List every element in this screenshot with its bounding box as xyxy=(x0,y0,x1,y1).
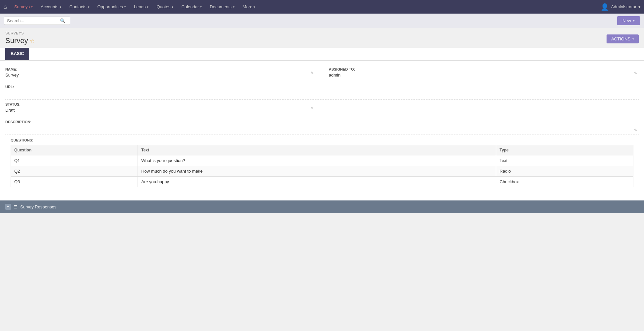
url-field: URL: xyxy=(5,85,639,97)
calendar-arrow-icon: ▾ xyxy=(200,5,202,9)
table-cell-text: How much do you want to make xyxy=(138,166,496,177)
nav-leads[interactable]: Leads ▾ xyxy=(130,0,152,14)
nav-surveys[interactable]: Surveys ▾ xyxy=(10,0,37,14)
table-cell-type: Radio xyxy=(496,166,633,177)
table-cell-question: Q1 xyxy=(11,155,138,166)
col-text: Text xyxy=(138,145,496,155)
nav-quotes[interactable]: Quotes ▾ xyxy=(152,0,177,14)
description-row: DESCRIPTION: ✎ xyxy=(5,120,639,135)
user-avatar-icon: 👤 xyxy=(601,3,609,11)
status-row: STATUS: Draft ✎ xyxy=(5,102,639,117)
questions-table-body: Q1What is your question?TextQ2How much d… xyxy=(11,155,633,187)
nav-more[interactable]: More ▾ xyxy=(239,0,260,14)
url-label: URL: xyxy=(5,85,632,89)
table-cell-type: Text xyxy=(496,155,633,166)
name-field: NAME: Survey ✎ xyxy=(5,67,315,79)
table-cell-text: What is your question? xyxy=(138,155,496,166)
table-cell-question: Q2 xyxy=(11,166,138,177)
expand-icon[interactable]: + xyxy=(5,204,11,210)
survey-title-text: Survey xyxy=(5,36,28,45)
list-icon: ☰ xyxy=(14,204,18,209)
more-arrow-icon: ▾ xyxy=(254,5,255,9)
assigned-to-field: ASSIGNED TO: admin ✎ xyxy=(329,67,639,79)
questions-table: Question Text Type Q1What is your questi… xyxy=(11,145,633,187)
opportunities-arrow-icon: ▾ xyxy=(124,5,126,9)
contacts-arrow-icon: ▾ xyxy=(88,5,89,9)
table-cell-text: Are you.happy xyxy=(138,177,496,187)
table-row[interactable]: Q1What is your question?Text xyxy=(11,155,633,166)
status-right-empty xyxy=(329,102,639,114)
name-label: NAME: xyxy=(5,67,309,71)
url-value xyxy=(5,90,632,97)
description-value xyxy=(5,125,632,132)
search-icon: 🔍 xyxy=(60,18,65,23)
description-edit-icon[interactable]: ✎ xyxy=(634,128,637,133)
surveys-arrow-icon: ▾ xyxy=(31,5,33,9)
name-value: Survey xyxy=(5,73,309,79)
user-menu[interactable]: 👤 Administrator ▾ xyxy=(601,3,641,11)
assigned-to-value: admin xyxy=(329,73,632,79)
questions-section: QUESTIONS: Question Text Type Q1What is … xyxy=(5,138,639,187)
actions-arrow-icon: ▾ xyxy=(632,37,634,41)
search-input-wrap: 🔍 xyxy=(4,17,70,25)
table-header-row: Question Text Type xyxy=(11,145,633,155)
documents-arrow-icon: ▾ xyxy=(233,5,235,9)
name-assignedto-row: NAME: Survey ✎ ASSIGNED TO: admin ✎ xyxy=(5,67,639,82)
search-bar: 🔍 New ▾ xyxy=(0,14,644,28)
tab-basic[interactable]: BASIC xyxy=(5,48,29,60)
description-field: DESCRIPTION: xyxy=(5,120,639,132)
col-question: Question xyxy=(11,145,138,155)
table-cell-question: Q3 xyxy=(11,177,138,187)
nav-contacts[interactable]: Contacts ▾ xyxy=(65,0,93,14)
quotes-arrow-icon: ▾ xyxy=(172,5,173,9)
page-title-group: SURVEYS Survey ☆ xyxy=(5,31,34,45)
user-label: Administrator xyxy=(611,4,636,9)
table-row[interactable]: Q3Are you.happyCheckbox xyxy=(11,177,633,187)
page-title: Survey ☆ xyxy=(5,36,34,45)
questions-table-header: Question Text Type xyxy=(11,145,633,155)
col-divider xyxy=(322,67,322,79)
responses-panel-label: Survey Responses xyxy=(20,204,56,209)
nav-documents[interactable]: Documents ▾ xyxy=(206,0,239,14)
nav-opportunities[interactable]: Opportunities ▾ xyxy=(93,0,130,14)
accounts-arrow-icon: ▾ xyxy=(60,5,61,9)
col-type: Type xyxy=(496,145,633,155)
url-row: URL: xyxy=(5,85,639,100)
table-cell-type: Checkbox xyxy=(496,177,633,187)
top-navigation: ⌂ Surveys ▾ Accounts ▾ Contacts ▾ Opport… xyxy=(0,0,644,14)
nav-calendar[interactable]: Calendar ▾ xyxy=(177,0,206,14)
assigned-to-edit-icon[interactable]: ✎ xyxy=(634,71,637,76)
assigned-to-label: ASSIGNED TO: xyxy=(329,67,632,71)
page-header: SURVEYS Survey ☆ ACTIONS ▾ xyxy=(0,28,644,48)
nav-left: ⌂ Surveys ▾ Accounts ▾ Contacts ▾ Opport… xyxy=(3,0,259,14)
breadcrumb: SURVEYS xyxy=(5,31,34,35)
actions-button[interactable]: ACTIONS ▾ xyxy=(607,34,639,43)
home-icon[interactable]: ⌂ xyxy=(3,3,7,10)
status-label: STATUS: xyxy=(5,102,309,106)
table-row[interactable]: Q2How much do you want to makeRadio xyxy=(11,166,633,177)
favorite-star-icon[interactable]: ☆ xyxy=(30,38,34,44)
content-area: BASIC NAME: Survey ✎ ASSIGNED TO: admin … xyxy=(0,48,644,213)
survey-responses-panel[interactable]: + ☰ Survey Responses xyxy=(0,200,644,213)
name-edit-icon[interactable]: ✎ xyxy=(311,71,314,76)
status-value: Draft xyxy=(5,108,309,114)
questions-label: QUESTIONS: xyxy=(5,138,639,142)
new-button-arrow-icon: ▾ xyxy=(633,19,635,23)
status-edit-icon[interactable]: ✎ xyxy=(311,106,314,111)
nav-accounts[interactable]: Accounts ▾ xyxy=(37,0,65,14)
form-section: NAME: Survey ✎ ASSIGNED TO: admin ✎ URL:… xyxy=(0,61,644,194)
description-label: DESCRIPTION: xyxy=(5,120,632,124)
search-input[interactable] xyxy=(7,18,60,23)
user-dropdown-arrow-icon: ▾ xyxy=(638,4,641,9)
new-button[interactable]: New ▾ xyxy=(617,16,640,25)
leads-arrow-icon: ▾ xyxy=(147,5,148,9)
tab-bar: BASIC xyxy=(0,48,644,61)
status-field: STATUS: Draft ✎ xyxy=(5,102,315,114)
col-divider-2 xyxy=(322,102,322,114)
